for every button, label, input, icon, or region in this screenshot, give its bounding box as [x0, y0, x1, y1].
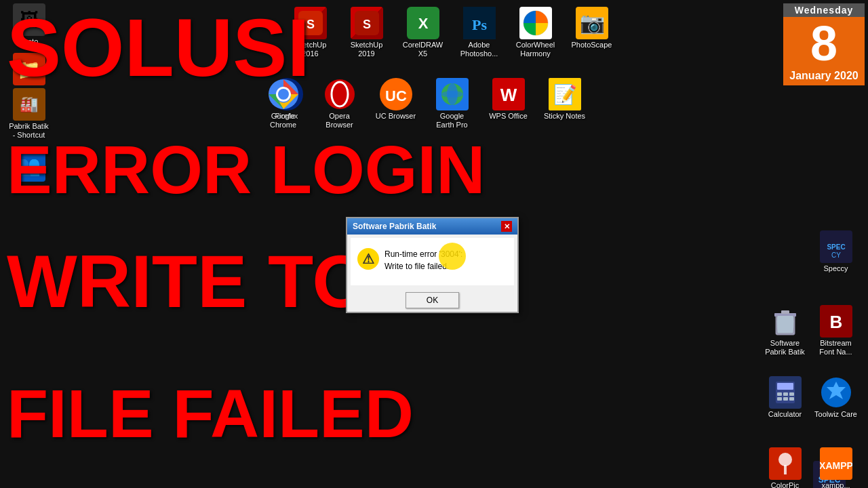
overlay-line3: WRITE TO — [7, 244, 370, 319]
svg-rect-34 — [781, 310, 789, 314]
desktop-icon-photo[interactable]: 🖼 photo — [3, 3, 54, 46]
svg-rect-45 — [789, 392, 794, 396]
icon-label-recycle-bin: Software Pabrik Batik — [760, 339, 810, 357]
svg-rect-52 — [784, 465, 787, 474]
overlay-line2: ERROR LOGIN — [7, 136, 486, 203]
desktop-icon-photoscape[interactable]: 📷 PhotoScape — [566, 7, 617, 58]
desktop-icon-ucbrowser[interactable]: UC UC Browser — [370, 78, 421, 129]
calendar-day-name: Wednesday — [783, 3, 865, 17]
dialog-title-bar: Software Pabrik Batik ✕ — [347, 218, 517, 235]
icon-label-ucbrowser: UC Browser — [376, 112, 416, 121]
warning-icon: ⚠ — [357, 248, 379, 270]
svg-text:UC: UC — [385, 87, 407, 104]
svg-rect-44 — [783, 392, 788, 396]
svg-text:CY: CY — [831, 251, 841, 259]
calendar-day-number: 8 — [783, 17, 865, 70]
svg-point-22 — [441, 91, 463, 98]
dialog-body: ⚠ Run-time error '3004': Write to file f… — [351, 238, 514, 285]
svg-rect-48 — [789, 397, 794, 401]
desktop-icon-coreldraw[interactable]: X CorelDRAWX5 — [397, 7, 448, 58]
svg-rect-43 — [777, 392, 782, 396]
dialog-message: Run-time error '3004': Write to file fai… — [384, 248, 462, 272]
icon-label-xampp: xampp... — [821, 481, 850, 488]
desktop-icon-bitstream[interactable]: B BitstreamFont Na... — [810, 305, 861, 357]
desktop-icon-speccy-pos[interactable]: SPECCY Speccy — [810, 230, 861, 273]
dialog-error-line2: Write to file failed. — [384, 260, 462, 272]
icon-label-bitstream: BitstreamFont Na... — [819, 339, 852, 357]
desktop-icon-recycle-bin[interactable]: Software Pabrik Batik — [760, 305, 810, 357]
icon-label-colorpic: ColorPic — [771, 481, 800, 488]
desktop-icon-toolwiz[interactable]: Toolwiz Care — [810, 376, 861, 419]
icon-grid-top: S SketchUp2016 S SketchUp2019 X CorelDRA… — [285, 7, 617, 58]
svg-rect-46 — [777, 397, 782, 401]
desktop-icon-stickynotes[interactable]: 📝 Sticky Notes — [539, 78, 590, 129]
dialog-ok-button[interactable]: OK — [406, 292, 459, 308]
desktop-icon-wps[interactable]: W WPS Office — [483, 78, 534, 129]
icon-label-googleearth: GoogleEarth Pro — [436, 112, 467, 129]
calendar-widget: Wednesday 8 January 2020 — [783, 3, 865, 85]
icon-label-chrome: GoogleChrome — [270, 112, 296, 129]
icon-label-speccy2: Speccy — [823, 264, 848, 273]
icon-grid-mid: GoogleChrome OperaBrowser UC UC Browser … — [258, 78, 590, 129]
icon-label-wps: WPS Office — [489, 112, 528, 121]
svg-text:W: W — [500, 85, 517, 105]
icon-label-stickynotes: Sticky Notes — [544, 112, 585, 121]
dialog-footer: OK — [347, 289, 517, 312]
icon-label-opera: OperaBrowser — [326, 112, 353, 129]
icon-label-team: Team... — [16, 183, 41, 192]
svg-rect-42 — [777, 383, 793, 390]
dialog-error-line1: Run-time error '3004': — [384, 248, 462, 260]
desktop-icon-calculator[interactable]: Calculator — [760, 376, 810, 419]
desktop-icon-sketchup2019[interactable]: S SketchUp2019 — [341, 7, 392, 58]
icon-label-photoscape: PhotoScape — [572, 41, 612, 49]
svg-point-15 — [325, 79, 355, 109]
desktop-icon-opera[interactable]: OperaBrowser — [314, 78, 365, 129]
icon-label-colorwheel: ColorWheelHarmony — [516, 41, 555, 58]
desktop-icon-colorwheel[interactable]: ColorWheelHarmony — [510, 7, 561, 58]
desktop-icon-photoshop[interactable]: Ps AdobePhotosho... — [454, 7, 505, 58]
desktop-icon-chrome[interactable]: GoogleChrome — [258, 78, 309, 129]
svg-text:S: S — [306, 18, 314, 31]
desktop-icon-pabrik-batik[interactable]: 🏭 Pabrik Batik- Shortcut — [3, 88, 54, 140]
icon-label-toolwiz: Toolwiz Care — [814, 410, 857, 419]
desktop-icon-sketchup2016[interactable]: S SketchUp2016 — [285, 7, 336, 58]
icon-label-sketchup2016: SketchUp2016 — [294, 41, 327, 58]
svg-text:B: B — [829, 312, 842, 332]
overlay-line4: FILE FAILED — [7, 380, 414, 447]
svg-point-14 — [278, 89, 289, 100]
icon-label-sketchup2019: SketchUp2019 — [351, 41, 383, 58]
icon-label-calculator: Calculator — [768, 410, 802, 419]
svg-text:SPEC: SPEC — [827, 243, 845, 251]
icon-label-photoshop: AdobePhotosho... — [460, 41, 498, 58]
svg-rect-47 — [783, 397, 788, 401]
dialog-close-button[interactable]: ✕ — [501, 221, 512, 232]
svg-text:📝: 📝 — [553, 83, 576, 106]
icon-label-coreldraw: CorelDRAWX5 — [403, 41, 443, 58]
desktop-icon-googleearth[interactable]: GoogleEarth Pro — [427, 78, 477, 129]
svg-text:📷: 📷 — [579, 11, 605, 35]
error-dialog: Software Pabrik Batik ✕ ⚠ Run-time error… — [346, 217, 519, 313]
icon-label-pabrik: Pabrik Batik- Shortcut — [9, 122, 49, 140]
desktop: Wednesday 8 January 2020 🖼 photo 📁 Auto0… — [0, 0, 868, 488]
svg-text:S: S — [362, 18, 370, 31]
svg-text:X: X — [418, 15, 428, 32]
desktop-icon-xampp[interactable]: XAMPP xampp... — [810, 447, 861, 488]
svg-text:Ps: Ps — [472, 16, 487, 33]
svg-point-51 — [778, 453, 792, 466]
svg-text:XAMPP: XAMPP — [820, 460, 852, 471]
desktop-icon-team[interactable]: 👥 Team... — [3, 149, 54, 192]
desktop-icon-colorpic[interactable]: ColorPic — [760, 447, 810, 488]
icon-label-photo: photo — [20, 37, 39, 46]
dialog-title-text: Software Pabrik Batik — [353, 222, 436, 231]
calendar-month-year: January 2020 — [783, 70, 865, 85]
